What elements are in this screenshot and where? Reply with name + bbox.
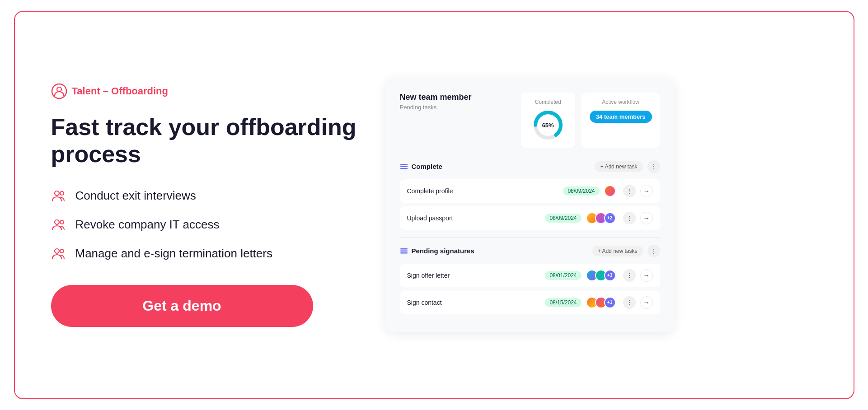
main-card: Talent – Offboarding Fast track your off… <box>14 11 854 399</box>
avatar-1 <box>604 185 616 197</box>
stat-cards: Completed 65% Active workflow 34 team m <box>521 93 660 148</box>
task-date-sign-offer: 08/01/2024 <box>545 271 581 280</box>
task-row-upload-passport: Upload passport 08/09/2024 +2 ⋮ → <box>400 206 660 230</box>
avatars-sign-offer: +3 <box>586 270 616 281</box>
get-demo-button[interactable]: Get a demo <box>51 285 313 327</box>
donut-value: 65% <box>542 121 554 128</box>
avatars-complete-profile <box>604 185 616 197</box>
task-row-complete-profile: Complete profile 08/09/2024 ⋮ → <box>400 179 660 203</box>
divider-1 <box>400 237 660 238</box>
brand-text: Talent – Offboarding <box>72 85 168 97</box>
brand-icon <box>51 83 67 99</box>
svg-rect-13 <box>400 248 408 250</box>
donut-chart: 65% <box>532 109 564 141</box>
arrow-btn-upload-passport[interactable]: → <box>640 212 653 224</box>
svg-point-4 <box>55 220 59 224</box>
member-title: New team member <box>400 93 512 102</box>
pending-section-title: Pending signatures <box>400 247 474 255</box>
task-name-complete-profile: Complete profile <box>407 187 559 195</box>
workflow-stat-card: Active workflow 34 team members <box>582 93 660 148</box>
task-date-complete-profile: 08/09/2024 <box>563 186 599 196</box>
complete-section-header: Complete + Add new task ⋮ <box>400 160 660 173</box>
feature-list: Conduct exit interviews Revoke company I… <box>51 187 358 261</box>
avatar-count-contact: +1 <box>604 297 616 308</box>
avatar-count-upload: +2 <box>604 212 616 224</box>
svg-point-2 <box>55 191 59 196</box>
task-name-sign-contact: Sign contact <box>407 299 541 306</box>
completed-label: Completed <box>535 99 561 105</box>
task-row-sign-offer: Sign offer letter 08/01/2024 +3 ⋮ → <box>400 264 660 287</box>
headline: Fast track your offboarding process <box>51 114 358 168</box>
avatar-count-offer: +3 <box>604 270 616 281</box>
arrow-btn-sign-offer[interactable]: → <box>640 269 653 282</box>
avatars-upload-passport: +2 <box>586 212 616 224</box>
workflow-label: Active workflow <box>602 99 639 105</box>
member-subtitle: Pending tasks <box>400 104 512 111</box>
feature-text-interviews: Conduct exit interviews <box>75 189 196 203</box>
list-icon-complete <box>400 163 408 171</box>
users-icon-3 <box>51 245 67 261</box>
pending-title: Pending signatures <box>412 247 474 255</box>
brand: Talent – Offboarding <box>51 83 358 99</box>
svg-point-7 <box>60 249 64 253</box>
task-name-upload-passport: Upload passport <box>407 214 541 222</box>
more-btn-upload-passport[interactable]: ⋮ <box>623 212 636 224</box>
task-date-upload-passport: 08/09/2024 <box>545 214 581 223</box>
more-options-pending[interactable]: ⋮ <box>647 245 660 257</box>
feature-item-letters: Manage and e-sign termination letters <box>51 245 358 261</box>
task-name-sign-offer: Sign offer letter <box>407 272 541 279</box>
avatars-sign-contact: +1 <box>586 297 616 308</box>
complete-title: Complete <box>412 163 442 170</box>
svg-point-1 <box>57 87 61 92</box>
users-icon-1 <box>51 187 67 204</box>
complete-section-actions: + Add new task ⋮ <box>595 160 660 173</box>
more-btn-sign-offer[interactable]: ⋮ <box>623 269 636 282</box>
feature-text-letters: Manage and e-sign termination letters <box>75 247 272 261</box>
list-icon-pending <box>400 247 408 255</box>
svg-rect-14 <box>400 250 408 252</box>
feature-item-it-access: Revoke company IT access <box>51 216 358 233</box>
svg-point-3 <box>60 191 64 195</box>
svg-point-5 <box>60 220 64 224</box>
left-panel: Talent – Offboarding Fast track your off… <box>51 83 358 327</box>
svg-rect-12 <box>400 168 408 169</box>
task-row-sign-contact: Sign contact 08/15/2024 +1 ⋮ → <box>400 291 660 314</box>
more-options-complete[interactable]: ⋮ <box>647 160 660 173</box>
svg-point-6 <box>55 249 59 253</box>
team-members-badge: 34 team members <box>590 111 652 123</box>
svg-rect-15 <box>400 252 408 254</box>
feature-item-interviews: Conduct exit interviews <box>51 187 358 204</box>
arrow-btn-complete-profile[interactable]: → <box>640 185 653 197</box>
arrow-btn-sign-contact[interactable]: → <box>640 296 653 309</box>
task-date-sign-contact: 08/15/2024 <box>545 298 581 307</box>
pending-section-actions: + Add new tasks ⋮ <box>592 245 660 257</box>
dashboard-header: New team member Pending tasks Completed … <box>400 93 660 148</box>
add-task-button-pending[interactable]: + Add new tasks <box>592 246 643 256</box>
add-task-button-complete[interactable]: + Add new task <box>595 161 643 172</box>
dashboard-card: New team member Pending tasks Completed … <box>385 78 675 332</box>
more-btn-sign-contact[interactable]: ⋮ <box>623 296 636 309</box>
more-btn-complete-profile[interactable]: ⋮ <box>623 185 636 197</box>
right-panel: New team member Pending tasks Completed … <box>385 78 675 332</box>
complete-section-title: Complete <box>400 163 442 171</box>
svg-rect-11 <box>400 166 408 167</box>
completed-stat-card: Completed 65% <box>521 93 575 148</box>
member-info: New team member Pending tasks <box>400 93 512 111</box>
svg-rect-10 <box>400 164 408 165</box>
pending-section-header: Pending signatures + Add new tasks ⋮ <box>400 245 660 257</box>
feature-text-it-access: Revoke company IT access <box>75 218 220 232</box>
users-icon-2 <box>51 216 67 233</box>
